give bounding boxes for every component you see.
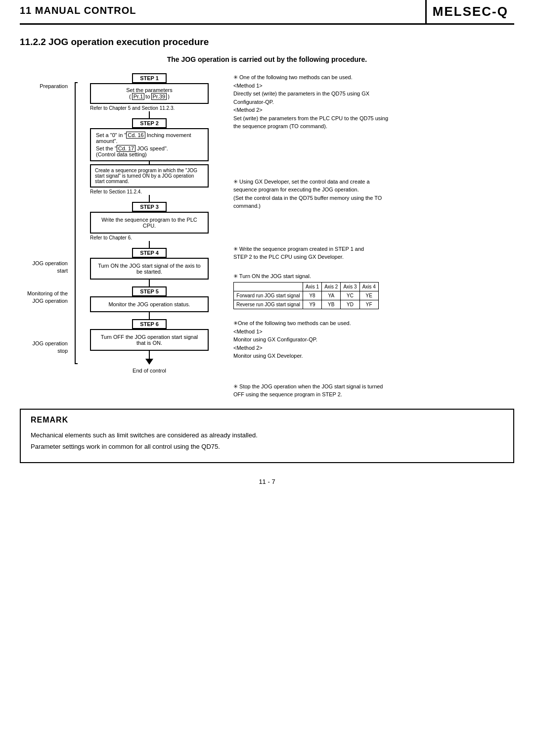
remark-title: REMARK bbox=[31, 416, 503, 425]
connector4 bbox=[149, 241, 150, 248]
step5-action: Monitor the JOG operation status. bbox=[90, 296, 209, 312]
step5-container: STEP 5 Monitor the JOG operation status. bbox=[78, 286, 221, 312]
remark-box: REMARK Mechanical elements such as limit… bbox=[20, 409, 514, 464]
step6-action: Turn OFF the JOG operation start signal … bbox=[90, 329, 209, 351]
label-jog-start: JOG operation start bbox=[20, 260, 72, 275]
note-step5: ✳One of the following two methods can be… bbox=[233, 319, 514, 360]
note-spacer4 bbox=[233, 314, 514, 319]
note-step2: ✳ Using GX Developer, set the control da… bbox=[233, 178, 514, 210]
note-step1: ✳ One of the following two methods can b… bbox=[233, 73, 514, 131]
section-title: 11.2.2 JOG operation execution procedure bbox=[20, 37, 514, 47]
step1-action: Set the parameters ( Pr.1 to Pr.39 ) bbox=[90, 83, 209, 104]
step3-action: Write the sequence program to the PLC CP… bbox=[90, 212, 209, 234]
connector1 bbox=[149, 111, 150, 118]
step3-label: STEP 3 bbox=[132, 202, 167, 212]
label-preparation: Preparation bbox=[20, 83, 72, 89]
step1-sublabel: Refer to Chapter 5 and Section 11.2.3. bbox=[90, 105, 209, 111]
step1-label: STEP 1 bbox=[132, 73, 167, 83]
connector3 bbox=[149, 195, 150, 202]
step4-container: STEP 4 Turn ON the JOG start signal of t… bbox=[78, 248, 221, 280]
label-monitoring: Monitoring of the JOG operation bbox=[20, 290, 72, 305]
label-jog-stop: JOG operation stop bbox=[20, 340, 72, 355]
page-header: 11 MANUAL CONTROL MELSEC-Q bbox=[20, 0, 514, 25]
step2-label: STEP 2 bbox=[132, 118, 167, 128]
final-connector bbox=[149, 351, 150, 359]
chapter-title: 11 MANUAL CONTROL bbox=[20, 0, 425, 23]
step2-sublabel: Refer to Section 11.2.4. bbox=[90, 189, 209, 195]
connector5 bbox=[149, 280, 150, 286]
step6-container: STEP 6 Turn OFF the JOG operation start … bbox=[78, 319, 221, 351]
note-spacer1 bbox=[233, 136, 514, 178]
flowchart-container: Preparation JOG operation start Monitori… bbox=[20, 73, 514, 399]
step2-sequence-box: Create a sequence program in which the "… bbox=[90, 164, 209, 188]
axis-signal-table: Axis 1 Axis 2 Axis 3 Axis 4 Forward run … bbox=[233, 282, 379, 309]
end-of-control: End of control bbox=[133, 368, 166, 374]
brand-name: MELSEC-Q bbox=[425, 0, 514, 23]
step3-sublabel: Refer to Chapter 6. bbox=[90, 235, 209, 241]
step2-action: Set a "0" in "Cd. 16 Inching movement am… bbox=[90, 128, 209, 161]
step4-action: Turn ON the JOG start signal of the axis… bbox=[90, 258, 209, 280]
note-spacer3 bbox=[233, 266, 514, 272]
step5-label: STEP 5 bbox=[132, 286, 167, 296]
step2-container: STEP 2 Set a "0" in "Cd. 16 Inching move… bbox=[78, 118, 221, 195]
step3-container: STEP 3 Write the sequence program to the… bbox=[78, 202, 221, 241]
center-flow: STEP 1 Set the parameters ( Pr.1 to Pr.3… bbox=[78, 73, 221, 399]
step6-label: STEP 6 bbox=[132, 319, 167, 329]
remark-line1: Mechanical elements such as limit switch… bbox=[31, 429, 503, 453]
note-spacer2 bbox=[233, 215, 514, 245]
note-step4: ✳ Turn ON the JOG start signal. Axis 1 A… bbox=[233, 272, 514, 310]
note-step6: ✳ Stop the JOG operation when the JOG st… bbox=[233, 382, 514, 399]
procedure-subtitle: The JOG operation is carried out by the … bbox=[20, 55, 514, 63]
step1-container: STEP 1 Set the parameters ( Pr.1 to Pr.3… bbox=[78, 73, 221, 111]
connector6 bbox=[149, 312, 150, 319]
right-notes: ✳ One of the following two methods can b… bbox=[221, 73, 514, 399]
note-step3: ✳ Write the sequence program created in … bbox=[233, 245, 514, 261]
left-labels: Preparation JOG operation start Monitori… bbox=[20, 73, 72, 399]
final-arrow bbox=[145, 359, 153, 365]
step4-label: STEP 4 bbox=[132, 248, 167, 258]
page-number: 11 - 7 bbox=[20, 478, 514, 485]
note-spacer5 bbox=[233, 365, 514, 382]
left-bracket bbox=[72, 73, 78, 399]
